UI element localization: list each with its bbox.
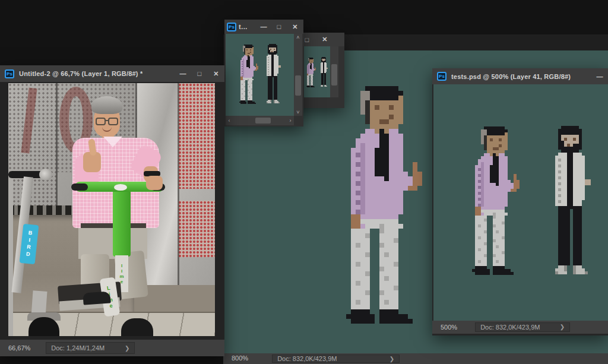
float1-canvas[interactable] — [226, 34, 294, 116]
main-doc-size-field[interactable]: Doc: 832,0K/423,9M ❯ — [272, 354, 400, 363]
pixel-run — [360, 148, 365, 153]
tests-title-bar[interactable]: Ps tests.psd @ 500% (Layer 41, RGB/8#) — — [432, 68, 608, 84]
pixel-run — [370, 105, 375, 110]
scrollbar-thumb[interactable] — [331, 64, 337, 86]
pixel-run — [384, 252, 389, 257]
pixel-run — [278, 102, 280, 103]
pixel-run — [379, 252, 384, 257]
photoshop-file-icon: Ps — [437, 72, 446, 81]
scroll-right-icon[interactable]: › — [287, 118, 294, 124]
pixel-run — [351, 252, 365, 257]
pixel-run — [351, 148, 360, 153]
pixel-run — [356, 300, 360, 305]
maximize-button[interactable]: □ — [271, 20, 287, 34]
window-float-t: Ps t… — □ ✕ ˄ ˅ ‹ › — [224, 20, 303, 126]
pixel-run — [360, 262, 370, 267]
pixel-run — [475, 272, 490, 275]
pixel-run — [311, 87, 315, 87]
pixel-run — [379, 257, 398, 262]
tests-doc-size-field[interactable]: Doc: 832,0K/423,9M ❯ — [475, 322, 570, 331]
pixel-run — [351, 224, 360, 229]
chevron-right-icon[interactable]: ❯ — [560, 324, 565, 330]
pixel-run — [365, 110, 370, 115]
pixel-run — [379, 295, 398, 300]
pixel-run — [356, 138, 379, 143]
pixel-run — [365, 153, 375, 157]
pixel-run — [351, 167, 360, 172]
pixel-run — [413, 167, 417, 172]
float2-canvas[interactable] — [304, 46, 330, 97]
tests-canvas[interactable] — [433, 84, 608, 321]
lime-headlight — [114, 184, 127, 191]
pixel-run — [379, 238, 394, 243]
float1-vertical-scrollbar[interactable]: ˄ ˅ — [294, 34, 302, 116]
pixel-run — [585, 271, 588, 274]
lime-scooter-stem — [113, 190, 131, 257]
untitled-zoom-level[interactable]: 66,67% — [0, 344, 36, 352]
pixel-run — [307, 87, 310, 87]
close-button[interactable]: ✕ — [287, 20, 303, 34]
pixel-run — [360, 219, 398, 224]
man-glasses-right-lens — [108, 118, 118, 125]
photo-panel-seam — [178, 83, 179, 285]
pixel-run — [379, 138, 389, 143]
pixel-run — [365, 233, 370, 238]
window-untitled-2: Ps Untitled-2 @ 66,7% (Layer 1, RGB/8#) … — [0, 65, 224, 356]
pixel-run — [351, 195, 360, 200]
scrollbar-thumb[interactable] — [255, 118, 271, 124]
bird-scooter-bell — [39, 169, 52, 181]
scrollbar-thumb[interactable] — [295, 75, 301, 96]
pixel-run — [356, 153, 360, 157]
pixel-run — [360, 214, 398, 219]
pixel-run — [255, 69, 257, 71]
untitled-doc-size-field[interactable]: Doc: 1,24M/1,24M ❯ — [46, 342, 135, 354]
pixel-run — [365, 252, 370, 257]
untitled-photo-canvas[interactable]: BIRD lime — [8, 83, 215, 336]
float1-title-bar[interactable]: Ps t… — □ ✕ — [224, 20, 303, 34]
pixel-run — [379, 281, 398, 286]
minimize-button[interactable]: — — [175, 65, 191, 82]
pixel-run — [278, 67, 281, 68]
pixel-run — [379, 243, 384, 248]
scroll-down-icon[interactable]: ˅ — [294, 109, 302, 116]
pixel-run — [389, 115, 394, 119]
main-zoom-level[interactable]: 800% — [223, 354, 254, 362]
minimize-button[interactable]: — — [591, 68, 608, 84]
pixel-run — [394, 105, 403, 110]
pixel-run — [576, 271, 585, 274]
pixel-run — [356, 210, 360, 214]
pixel-run — [351, 248, 370, 252]
pixel-run — [351, 153, 356, 157]
pixel-run — [379, 276, 384, 281]
pixel-run — [365, 129, 375, 134]
float2-vertical-scrollbar[interactable] — [330, 46, 338, 97]
pixel-run — [389, 138, 403, 143]
scroll-left-icon[interactable]: ‹ — [226, 118, 233, 124]
pixel-run — [351, 309, 370, 314]
chevron-right-icon[interactable]: ❯ — [390, 356, 394, 362]
close-button[interactable]: ✕ — [208, 65, 224, 82]
pixel-run — [394, 238, 398, 243]
tests-zoom-level[interactable]: 500% — [432, 324, 463, 331]
lime-handlebar-left-grip — [71, 183, 88, 191]
pixel-run — [379, 314, 408, 319]
pixel-run — [379, 262, 394, 267]
minimize-button[interactable]: — — [256, 20, 271, 34]
pixel-run — [389, 252, 398, 257]
close-button[interactable]: ✕ — [317, 33, 332, 46]
pixel-run — [394, 286, 398, 290]
untitled-title-bar[interactable]: Ps Untitled-2 @ 66,7% (Layer 1, RGB/8#) … — [0, 65, 224, 82]
pixel-run — [379, 267, 384, 271]
scroll-up-icon[interactable]: ˄ — [294, 34, 302, 41]
pixel-run — [389, 172, 408, 176]
pixel-run — [379, 143, 389, 148]
maximize-button[interactable]: □ — [191, 65, 208, 82]
pixel-run — [351, 238, 370, 243]
pixel-run — [389, 119, 403, 124]
chevron-right-icon[interactable]: ❯ — [125, 345, 129, 352]
man-shoe — [83, 291, 110, 305]
float1-horizontal-scrollbar[interactable]: ‹ › — [226, 116, 294, 125]
main-doc-size: Doc: 832,0K/423,9M — [277, 355, 337, 362]
pixel-run — [346, 314, 375, 319]
pixel-run — [351, 319, 375, 324]
